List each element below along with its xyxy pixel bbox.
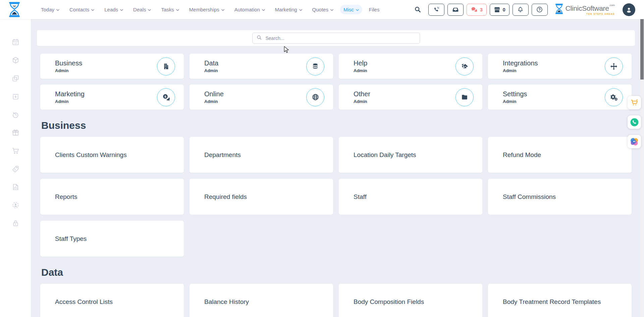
category-info: BusinessAdmin (55, 59, 157, 73)
folder-icon (455, 88, 474, 106)
move-icon (605, 57, 623, 75)
store-badge: 0 (503, 7, 505, 12)
handshake-icon (455, 57, 474, 75)
nav-item-label: Leads (104, 7, 118, 12)
sidebar-report-icon[interactable] (12, 183, 19, 191)
item-card[interactable]: Body Composition Fields (339, 284, 482, 317)
sidebar-basket-icon[interactable] (12, 93, 19, 100)
inbox-icon (452, 6, 459, 13)
category-card-help[interactable]: HelpAdmin (339, 54, 482, 79)
main-nav: TodayContactsLeadsDealsTasksMembershipsA… (38, 5, 383, 14)
store-icon (494, 6, 500, 13)
category-info: DataAdmin (204, 59, 306, 73)
search-box[interactable] (252, 33, 420, 44)
nav-item-automation[interactable]: Automation (231, 5, 268, 14)
nav-item-memberships[interactable]: Memberships (186, 5, 228, 14)
chevron-down-icon (330, 9, 333, 11)
sections: BusinessClients Custom WarningsDepartmen… (37, 120, 635, 317)
search-icon[interactable] (414, 6, 421, 13)
sidebar-price-tag-icon[interactable]: $ (12, 165, 19, 173)
nav-item-quotes[interactable]: Quotes (309, 5, 337, 14)
chevron-down-icon (148, 9, 151, 11)
category-title: Help (354, 59, 455, 67)
nav-item-deals[interactable]: Deals (130, 5, 154, 14)
category-card-settings[interactable]: SettingsAdmin (488, 85, 632, 110)
chevron-down-icon (262, 9, 265, 11)
category-card-marketing[interactable]: MarketingAdmin$ (40, 85, 184, 110)
chevron-down-icon (176, 9, 179, 11)
item-card-label: Access Control Lists (55, 298, 113, 306)
floating-whatsapp-button[interactable] (628, 115, 641, 129)
sidebar-copy-icon[interactable] (12, 74, 19, 82)
item-card[interactable]: Location Daily Targets (339, 137, 482, 173)
item-card[interactable]: Clients Custom Warnings (40, 137, 184, 173)
floating-cart-button[interactable] (628, 96, 641, 109)
chevron-down-icon (56, 9, 59, 11)
item-card[interactable]: Staff Commissions (488, 179, 632, 215)
floating-ai-button[interactable]: AI (628, 135, 641, 148)
help-button[interactable] (532, 4, 548, 16)
clinicsoftware-logo: ClinicSoftware.com TEN STEPS AHEAD (555, 3, 615, 16)
phone-button[interactable] (428, 4, 444, 16)
nav-item-label: Today (41, 7, 54, 12)
sidebar-history-icon[interactable] (12, 111, 19, 118)
scrollbar-thumb[interactable] (640, 19, 644, 80)
search-input[interactable] (265, 35, 416, 41)
notifications-button[interactable] (513, 4, 529, 16)
app-logo-icon[interactable] (8, 2, 21, 17)
nav-item-label: Files (369, 7, 380, 12)
store-button[interactable]: 0 (490, 4, 509, 16)
category-subtitle: Admin (204, 99, 306, 104)
nav-item-contacts[interactable]: Contacts (66, 5, 98, 14)
help-icon (536, 6, 543, 13)
nav-item-label: Automation (234, 7, 260, 12)
item-card[interactable]: Reports (40, 179, 184, 215)
chevron-down-icon (299, 9, 302, 11)
category-subtitle: Admin (354, 68, 455, 73)
item-card[interactable]: Staff (339, 179, 482, 215)
nav-item-marketing[interactable]: Marketing (272, 5, 306, 14)
sidebar-cube-icon[interactable] (12, 56, 19, 64)
item-card[interactable]: Staff Types (40, 221, 184, 257)
svg-text:$: $ (164, 94, 166, 98)
left-sidebar: 12$ (0, 19, 31, 317)
header-toolbar: 30 ClinicSoftware.com TEN STEPS AHEAD (414, 3, 635, 16)
nav-item-files[interactable]: Files (366, 5, 383, 14)
nav-item-misc[interactable]: Misc (340, 5, 362, 14)
nav-item-tasks[interactable]: Tasks (158, 5, 182, 14)
item-card[interactable]: Refund Mode (488, 137, 632, 173)
item-card[interactable]: Departments (190, 137, 333, 173)
category-card-online[interactable]: OnlineAdmin (190, 85, 333, 110)
category-title: Data (204, 59, 306, 67)
item-card[interactable]: Required fields (190, 179, 333, 215)
category-card-integrations[interactable]: IntegrationsAdmin (488, 54, 632, 79)
item-card-label: Staff Types (55, 235, 87, 243)
item-card[interactable]: Balance History (190, 284, 333, 317)
main-content: BusinessAdminDataAdminHelpAdminIntegrati… (31, 19, 644, 317)
item-card[interactable]: Body Treatment Record Templates (488, 284, 632, 317)
category-title: Settings (503, 90, 605, 98)
category-card-business[interactable]: BusinessAdmin (40, 54, 184, 79)
category-title: Other (354, 90, 455, 98)
user-avatar[interactable] (623, 3, 635, 16)
category-subtitle: Admin (55, 99, 157, 104)
nav-item-leads[interactable]: Leads (101, 5, 126, 14)
sidebar-lock-icon[interactable] (12, 219, 19, 227)
nav-item-label: Memberships (189, 7, 219, 12)
svg-text:12: 12 (14, 42, 17, 45)
messages-button[interactable]: 3 (467, 4, 487, 16)
category-card-data[interactable]: DataAdmin (190, 54, 333, 79)
messages-badge: 3 (480, 7, 483, 12)
item-card[interactable]: Access Control Lists (40, 284, 184, 317)
nav-item-today[interactable]: Today (38, 5, 63, 14)
item-card-label: Departments (204, 151, 241, 159)
sidebar-calendar-icon[interactable]: 12 (12, 38, 19, 46)
sidebar-gift-icon[interactable] (12, 129, 19, 137)
category-title: Business (55, 59, 157, 67)
category-card-other[interactable]: OtherAdmin (339, 85, 482, 110)
sidebar-cart-icon[interactable] (12, 147, 19, 155)
sidebar-account-icon[interactable] (12, 201, 19, 209)
inbox-button[interactable] (447, 4, 464, 16)
category-subtitle: Admin (55, 68, 157, 73)
section-title-data: Data (41, 267, 635, 278)
